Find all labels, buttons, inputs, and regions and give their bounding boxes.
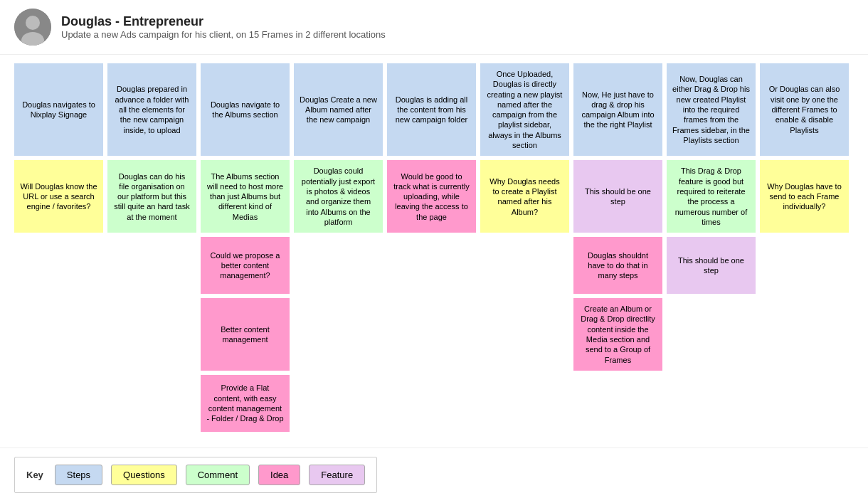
svg-point-1: [26, 16, 40, 30]
page-title: Douglas - Entrepreneur: [61, 14, 386, 29]
card-c7: Now, He just have to drag & drop his cam…: [573, 63, 662, 156]
card-c1: Douglas navigates to Nixplay Signage: [14, 63, 103, 156]
page-subtitle: Update a new Ads campaign for his client…: [61, 29, 386, 40]
avatar: [14, 9, 51, 46]
card-c13: Douglas could potentially just export is…: [294, 160, 383, 233]
card-c16: This should be one step: [573, 160, 662, 233]
card-c17: This Drag & Drop feature is good but req…: [667, 160, 756, 233]
card-c5: Douglas is adding all the content from h…: [387, 63, 476, 156]
footer: Key Steps Questions Comment Idea Feature: [0, 448, 868, 502]
card-c18: Why Douglas have to send to each Frame i…: [760, 160, 849, 233]
board: Douglas navigates to Nixplay SignageDoug…: [0, 55, 868, 440]
legend-steps: Steps: [55, 465, 102, 485]
card-c10: Will Douglas know the URL or use a searc…: [14, 160, 103, 233]
card-c15: Why Douglas needs to create a Playlist n…: [480, 160, 569, 233]
card-c11: Douglas can do his file organisation on …: [107, 160, 196, 233]
legend-questions: Questions: [111, 465, 177, 485]
header-text: Douglas - Entrepreneur Update a new Ads …: [61, 14, 386, 40]
card-c23: Create an Album or Drag & Drop directlit…: [573, 298, 662, 371]
card-c4: Douglas Create a new Album named after t…: [294, 63, 383, 156]
card-c22: Better content management: [201, 298, 290, 371]
legend-idea: Idea: [258, 465, 300, 485]
card-c6: Once Uploaded, Douglas is directly creat…: [480, 63, 569, 156]
legend-comment: Comment: [186, 465, 250, 485]
card-c24: Provide a Flat content, with easy conten…: [201, 375, 290, 432]
card-c2: Douglas prepared in advance a folder wit…: [107, 63, 196, 156]
card-c12: The Albums section will need to host mor…: [201, 160, 290, 233]
header: Douglas - Entrepreneur Update a new Ads …: [0, 0, 868, 55]
legend: Key Steps Questions Comment Idea Feature: [14, 457, 377, 493]
card-grid: Douglas navigates to Nixplay SignageDoug…: [14, 63, 854, 432]
legend-feature: Feature: [309, 465, 365, 485]
card-c3: Douglas navigate to the Albums section: [201, 63, 290, 156]
card-c20: Douglas shouldnt have to do that in many…: [573, 237, 662, 294]
card-c14: Would be good to track what is currently…: [387, 160, 476, 233]
card-c9: Or Douglas can also visit one by one the…: [760, 63, 849, 156]
card-c19: Could we propose a better content manage…: [201, 237, 290, 294]
key-label: Key: [26, 470, 43, 480]
card-c21: This should be one step: [667, 237, 756, 294]
card-c8: Now, Douglas can either Drag & Drop his …: [667, 63, 756, 156]
